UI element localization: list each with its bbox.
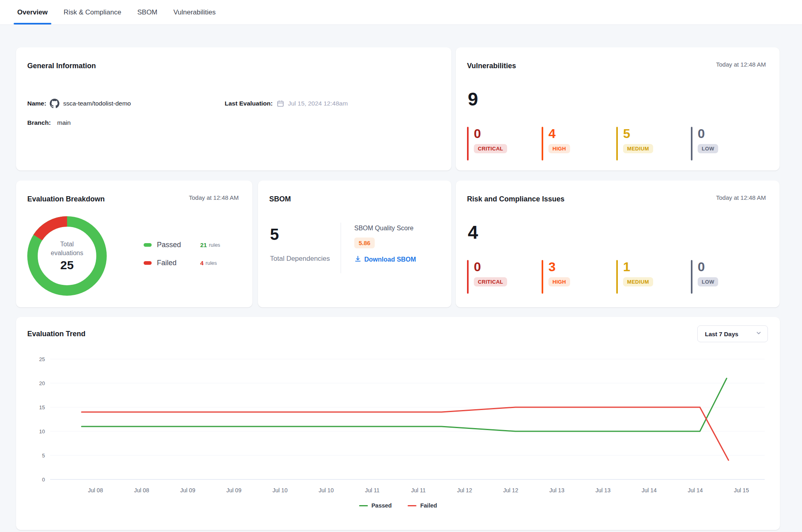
y-tick-label: 15 <box>39 404 45 410</box>
x-tick-label: Jul 10 <box>272 487 288 493</box>
general-information-card: General Information Name: ssca-team/todo… <box>16 47 451 171</box>
tab-vulnerabilities[interactable]: Vulnerabilities <box>171 0 217 24</box>
sbom-quality-label: SBOM Quality Score <box>354 225 416 232</box>
branch-label: Branch: <box>27 119 51 126</box>
tab-overview[interactable]: Overview <box>15 0 50 24</box>
severity-critical: 0 CRITICAL <box>467 260 542 294</box>
last-evaluation-label: Last Evaluation: <box>225 100 273 107</box>
legend-name: Failed <box>420 502 437 509</box>
severity-badge: CRITICAL <box>474 277 507 286</box>
severity-count: 3 <box>548 260 616 274</box>
sbom-quality-score-badge: 5.86 <box>354 238 375 248</box>
legend-swatch-passed <box>144 243 152 247</box>
legend-item-passed: Passed <box>359 502 392 509</box>
severity-high: 4 HIGH <box>542 127 616 160</box>
severity-count: 0 <box>698 260 765 274</box>
divider <box>341 223 341 273</box>
risk-compliance-card: Risk and Compliance Issues Today at 12:4… <box>456 181 780 307</box>
x-tick-label: Jul 15 <box>734 487 749 493</box>
severity-critical: 0 CRITICAL <box>467 127 542 160</box>
severity-badge: CRITICAL <box>474 144 507 153</box>
x-tick-label: Jul 09 <box>226 487 242 493</box>
severity-bar <box>616 127 618 160</box>
severity-bar <box>467 127 469 160</box>
card-timestamp: Today at 12:48 AM <box>189 194 239 201</box>
x-tick-label: Jul 12 <box>503 487 518 493</box>
breakdown-legend: Passed 21 rules Failed 4 rules <box>144 241 220 267</box>
x-tick-label: Jul 09 <box>180 487 195 493</box>
legend-name: Passed <box>157 241 200 249</box>
download-icon <box>354 255 361 264</box>
name-label: Name: <box>27 100 46 107</box>
severity-row: 0 CRITICAL 4 HIGH 5 MEDIUM 0 LOW <box>467 127 765 160</box>
legend-unit: rules <box>205 260 217 266</box>
severity-count: 0 <box>474 127 542 141</box>
legend-name: Passed <box>372 502 392 509</box>
severity-bar <box>542 260 543 294</box>
branch-value: main <box>57 119 71 126</box>
tab-sbom[interactable]: SBOM <box>135 0 159 24</box>
legend-item-failed: Failed <box>408 502 437 509</box>
vulnerabilities-total: 9 <box>468 88 478 110</box>
download-label: Download SBOM <box>364 256 416 263</box>
tab-bar: Overview Risk & Compliance SBOM Vulnerab… <box>0 0 802 25</box>
x-tick-label: Jul 14 <box>642 487 657 493</box>
vulnerabilities-card: Vulnerabilities Today at 12:48 AM 9 0 CR… <box>456 47 780 171</box>
y-tick-label: 20 <box>39 380 45 386</box>
github-icon <box>50 99 59 108</box>
risk-compliance-total: 4 <box>468 221 478 243</box>
severity-bar <box>542 127 543 160</box>
severity-bar <box>616 260 618 294</box>
y-tick-label: 25 <box>39 356 45 362</box>
legend-swatch-failed <box>144 261 152 265</box>
legend-count: 21 <box>200 242 207 248</box>
last-evaluation-value: Jul 15, 2024 12:48am <box>288 100 348 107</box>
y-tick-label: 10 <box>39 428 45 435</box>
legend-name: Failed <box>157 259 200 267</box>
trend-legend: Passed Failed <box>16 502 780 509</box>
severity-badge: LOW <box>698 144 718 153</box>
severity-badge: HIGH <box>548 144 570 153</box>
y-tick-label: 0 <box>42 477 45 483</box>
card-title: Evaluation Breakdown <box>27 195 105 203</box>
sbom-total: 5 <box>270 225 279 244</box>
severity-bar <box>691 127 692 160</box>
evaluation-trend-card: Evaluation Trend Last 7 Days 0510152025J… <box>16 317 780 530</box>
download-sbom-link[interactable]: Download SBOM <box>354 255 416 264</box>
card-title: General Information <box>27 62 96 70</box>
sbom-total-label: Total Dependencies <box>270 253 330 265</box>
card-title: Vulnerabilities <box>467 62 516 70</box>
x-tick-label: Jul 08 <box>88 487 103 493</box>
calendar-icon <box>276 99 284 108</box>
severity-low: 0 LOW <box>691 127 765 160</box>
severity-medium: 5 MEDIUM <box>616 127 691 160</box>
card-title: SBOM <box>269 195 291 203</box>
severity-medium: 1 MEDIUM <box>616 260 691 294</box>
severity-bar <box>691 260 692 294</box>
x-tick-label: Jul 11 <box>365 487 380 493</box>
severity-count: 1 <box>623 260 691 274</box>
repo-name-row: Name: ssca-team/todolist-demo <box>27 98 131 109</box>
severity-count: 0 <box>698 127 765 141</box>
legend-count: 4 <box>200 260 203 266</box>
x-tick-label: Jul 10 <box>319 487 334 493</box>
severity-bar <box>467 260 469 294</box>
card-title: Risk and Compliance Issues <box>467 195 564 203</box>
branch-row: Branch: main <box>27 117 71 128</box>
severity-row: 0 CRITICAL 3 HIGH 1 MEDIUM 0 LOW <box>467 260 765 294</box>
passed-line <box>82 378 727 431</box>
severity-badge: LOW <box>698 277 718 286</box>
failed-line <box>82 407 729 460</box>
severity-count: 0 <box>474 260 542 274</box>
severity-high: 3 HIGH <box>542 260 616 294</box>
x-tick-label: Jul 13 <box>595 487 611 493</box>
legend-unit: rules <box>209 242 220 248</box>
x-tick-label: Jul 11 <box>411 487 426 493</box>
x-tick-label: Jul 12 <box>457 487 472 493</box>
legend-swatch-passed <box>359 505 368 506</box>
tab-risk-compliance[interactable]: Risk & Compliance <box>62 0 124 24</box>
severity-badge: MEDIUM <box>623 277 653 286</box>
card-timestamp: Today at 12:48 AM <box>716 194 766 201</box>
severity-count: 4 <box>548 127 616 141</box>
evaluation-breakdown-card: Evaluation Breakdown Today at 12:48 AM T… <box>16 181 252 307</box>
